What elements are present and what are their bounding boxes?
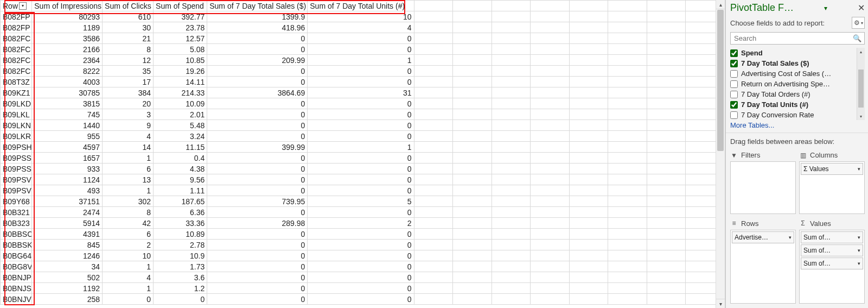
- header-row-labels[interactable]: Row ▾: [1, 1, 32, 11]
- blank-cell[interactable]: [569, 131, 608, 142]
- blank-cell[interactable]: [608, 164, 647, 174]
- table-row[interactable]: B09PSS165710.400: [1, 153, 725, 164]
- blank-cell[interactable]: [569, 77, 608, 87]
- cell-units[interactable]: 31: [308, 87, 414, 98]
- blank-cell[interactable]: [569, 283, 608, 294]
- row-label-cell[interactable]: B0BNJV: [1, 294, 32, 305]
- blank-cell[interactable]: [531, 196, 570, 207]
- blank-cell[interactable]: [647, 44, 686, 55]
- blank-cell[interactable]: [608, 294, 647, 305]
- blank-cell[interactable]: [453, 66, 492, 77]
- cell-units[interactable]: 0: [308, 185, 414, 196]
- blank-cell[interactable]: [569, 22, 608, 33]
- cell-units[interactable]: 5: [308, 196, 414, 207]
- cell-units[interactable]: 0: [308, 98, 414, 109]
- row-label-cell[interactable]: B082FC: [1, 33, 32, 44]
- cell-impressions[interactable]: 4597: [32, 142, 103, 153]
- cell-spend[interactable]: 0.4: [154, 153, 207, 164]
- row-label-cell[interactable]: B09LKR: [1, 131, 32, 142]
- blank-cell[interactable]: [453, 272, 492, 283]
- blank-cell[interactable]: [492, 55, 531, 66]
- blank-cell[interactable]: [531, 153, 570, 164]
- blank-cell[interactable]: [453, 294, 492, 305]
- header-units[interactable]: Sum of 7 Day Total Units (#): [308, 1, 414, 11]
- row-label-cell[interactable]: B09PSS: [1, 164, 32, 174]
- fieldlist-scroll[interactable]: ▴ ▾: [857, 48, 865, 120]
- cell-clicks[interactable]: 384: [103, 87, 154, 98]
- table-row[interactable]: B0BNJP50243.600: [1, 272, 725, 283]
- blank-cell[interactable]: [569, 87, 608, 98]
- blank-cell[interactable]: [531, 87, 570, 98]
- blank-cell[interactable]: [414, 22, 453, 33]
- row-label-cell[interactable]: B09PSV: [1, 185, 32, 196]
- cell-impressions[interactable]: 34: [32, 261, 103, 272]
- blank-cell[interactable]: [453, 55, 492, 66]
- cell-clicks[interactable]: 1: [103, 185, 154, 196]
- cell-impressions[interactable]: 845: [32, 240, 103, 250]
- blank-cell[interactable]: [647, 109, 686, 120]
- cell-sales[interactable]: 3864.69: [207, 87, 308, 98]
- table-row[interactable]: B09Y6837151302187.65739.955: [1, 196, 725, 207]
- field-checkbox[interactable]: [730, 80, 738, 88]
- cell-sales[interactable]: 0: [207, 66, 308, 77]
- blank-cell[interactable]: [647, 207, 686, 218]
- blank-cell[interactable]: [569, 272, 608, 283]
- blank-cell[interactable]: [414, 250, 453, 261]
- cell-spend[interactable]: 3.24: [154, 131, 207, 142]
- blank-cell[interactable]: [492, 22, 531, 33]
- blank-cell[interactable]: [531, 120, 570, 131]
- blank-cell[interactable]: [414, 294, 453, 305]
- table-row[interactable]: B09LKR95543.2400: [1, 131, 725, 142]
- cell-sales[interactable]: 209.99: [207, 55, 308, 66]
- blank-cell[interactable]: [492, 98, 531, 109]
- cell-units[interactable]: 0: [308, 261, 414, 272]
- cell-sales[interactable]: 0: [207, 185, 308, 196]
- blank-cell[interactable]: [453, 77, 492, 87]
- blank-cell[interactable]: [531, 240, 570, 250]
- values-pill-1[interactable]: Sum of…▾: [801, 231, 863, 243]
- blank-cell[interactable]: [647, 294, 686, 305]
- blank-cell[interactable]: [647, 153, 686, 164]
- table-row[interactable]: B08T3Z40031714.1100: [1, 77, 725, 87]
- blank-cell[interactable]: [608, 153, 647, 164]
- blank-cell[interactable]: [531, 98, 570, 109]
- cell-clicks[interactable]: 610: [103, 11, 154, 22]
- blank-cell[interactable]: [608, 55, 647, 66]
- cell-clicks[interactable]: 21: [103, 33, 154, 44]
- cell-impressions[interactable]: 1189: [32, 22, 103, 33]
- blank-cell[interactable]: [647, 77, 686, 87]
- row-label-cell[interactable]: B09KZ1: [1, 87, 32, 98]
- blank-cell[interactable]: [608, 174, 647, 185]
- cell-sales[interactable]: 739.95: [207, 196, 308, 207]
- blank-cell[interactable]: [414, 218, 453, 229]
- cell-impressions[interactable]: 2364: [32, 55, 103, 66]
- cell-clicks[interactable]: 1: [103, 261, 154, 272]
- blank-cell[interactable]: [414, 131, 453, 142]
- blank-cell[interactable]: [531, 229, 570, 240]
- cell-sales[interactable]: 0: [207, 174, 308, 185]
- field-checkbox[interactable]: [730, 91, 738, 98]
- row-label-cell[interactable]: B09PSV: [1, 174, 32, 185]
- table-row[interactable]: B09PSV49311.1100: [1, 185, 725, 196]
- cell-impressions[interactable]: 80293: [32, 11, 103, 22]
- cell-clicks[interactable]: 17: [103, 77, 154, 87]
- blank-cell[interactable]: [453, 131, 492, 142]
- blank-cell[interactable]: [492, 207, 531, 218]
- cell-impressions[interactable]: 4391: [32, 229, 103, 240]
- blank-cell[interactable]: [608, 283, 647, 294]
- cell-impressions[interactable]: 502: [32, 272, 103, 283]
- blank-cell[interactable]: [453, 185, 492, 196]
- row-label-cell[interactable]: B0BBSK: [1, 240, 32, 250]
- cell-spend[interactable]: 1.73: [154, 261, 207, 272]
- row-label-cell[interactable]: B0BNJS: [1, 283, 32, 294]
- table-row[interactable]: B0B32359144233.36289.982: [1, 218, 725, 229]
- row-label-cell[interactable]: B082FP: [1, 11, 32, 22]
- panel-close-icon[interactable]: ✕: [858, 3, 865, 13]
- fieldlist-scroll-down-icon[interactable]: ▾: [857, 112, 865, 120]
- cell-clicks[interactable]: 20: [103, 98, 154, 109]
- more-tables-link[interactable]: More Tables...: [730, 120, 865, 133]
- table-row[interactable]: B0BNJV2580000: [1, 294, 725, 305]
- blank-cell[interactable]: [608, 250, 647, 261]
- blank-cell[interactable]: [492, 174, 531, 185]
- blank-cell[interactable]: [453, 196, 492, 207]
